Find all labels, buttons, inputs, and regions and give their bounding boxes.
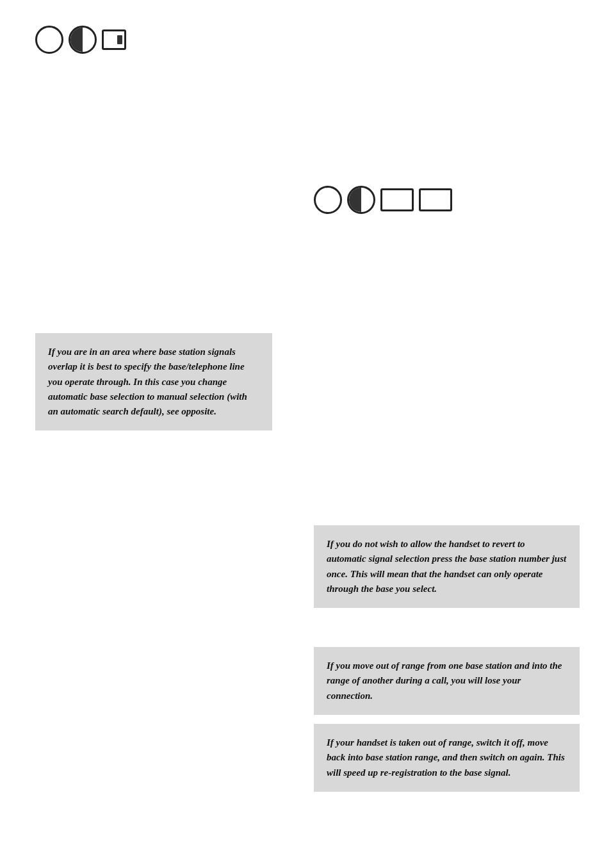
info-box-right-2: If you move out of range from one base s…	[314, 647, 580, 715]
info-box-left-text: If you are in an area where base station…	[48, 345, 259, 419]
page-container: If you are in an area where base station…	[0, 0, 611, 868]
info-box-right-1: If you do not wish to allow the handset …	[314, 525, 580, 608]
rect-large-icon-1	[380, 188, 414, 211]
info-box-right-2-text: If you move out of range from one base s…	[327, 659, 567, 703]
circle-half-icon-2	[347, 186, 375, 214]
circle-empty-icon-2	[314, 186, 342, 214]
rect-small-icon-1	[102, 29, 126, 50]
info-box-left: If you are in an area where base station…	[35, 333, 272, 430]
rect-large-icon-2	[419, 188, 452, 211]
info-box-right-3: If your handset is taken out of range, s…	[314, 724, 580, 792]
info-box-right-3-text: If your handset is taken out of range, s…	[327, 735, 567, 780]
circle-empty-icon-1	[35, 26, 63, 54]
icon-group-top-left	[35, 26, 126, 54]
info-box-right-1-text: If you do not wish to allow the handset …	[327, 537, 567, 596]
circle-half-icon-1	[69, 26, 97, 54]
icon-group-center-right	[314, 186, 452, 214]
